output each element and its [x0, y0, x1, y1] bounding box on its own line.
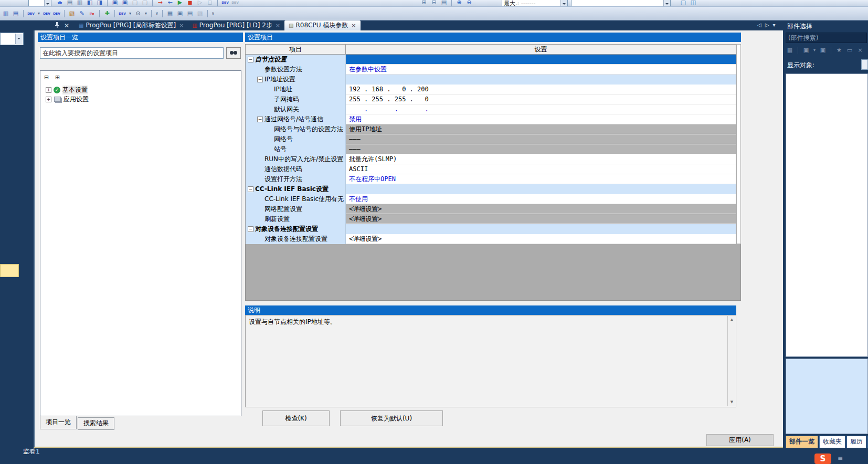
list-panel-tab[interactable]: 项目一览 [40, 416, 77, 429]
settings-row[interactable]: − CC-Link IEF Basic使用有无 不使用 [246, 194, 736, 204]
expand-icon[interactable]: + [46, 87, 51, 93]
expander-icon[interactable]: − [248, 186, 253, 192]
toolbar-combo-small[interactable] [28, 0, 51, 7]
list-panel-tab[interactable]: 搜索结果 [78, 417, 114, 430]
expander-icon[interactable]: − [248, 57, 253, 62]
setting-label-cell[interactable]: − 参数设置方法 [246, 65, 346, 75]
watch-drop-icon[interactable]: ▾ [144, 9, 148, 18]
setting-label-cell[interactable]: − 自节点设置 [246, 55, 346, 65]
verify-with-plc-icon[interactable]: DEV [52, 9, 61, 18]
settings-row[interactable]: − 对象设备连接配置设置 [246, 224, 736, 234]
settings-row[interactable]: − 通过网络号/站号通信 禁用 [246, 114, 736, 124]
tree-item[interactable]: + 应用设置 [40, 94, 241, 104]
setting-label-cell[interactable]: − RUN中的写入允许/禁止设置 [246, 154, 346, 164]
settings-row[interactable]: − 子网掩码 255 . 255 . 255 . 0 [246, 94, 736, 104]
parts-toolbar-icon[interactable] [798, 47, 798, 54]
window-split-icon[interactable]: ◫ [689, 0, 697, 7]
favorites-icon[interactable]: ★ [835, 46, 843, 55]
device-monitor-icon[interactable]: DEV [118, 9, 126, 18]
restore-default-button[interactable]: 恢复为默认(U) [340, 410, 443, 426]
setting-value-cell[interactable]: ASCII [346, 164, 736, 174]
pou-list-icon[interactable]: ▦ [786, 46, 794, 55]
setting-label-cell[interactable]: − 通过网络号/站号通信 [246, 114, 346, 124]
apply-button[interactable]: 应用(A) [706, 434, 774, 446]
setting-value-cell[interactable]: 在参数中设置 [346, 65, 736, 75]
settings-row[interactable]: − 自节点设置 [246, 55, 736, 65]
toolbar-icon[interactable] [99, 10, 100, 17]
new-folder-icon[interactable]: ▭ [845, 46, 854, 55]
check-button[interactable]: 检查(K) [262, 410, 330, 426]
write-to-plc-icon[interactable]: DEV [27, 9, 35, 18]
toolbar-icon[interactable] [152, 0, 153, 6]
expander-icon[interactable]: − [257, 117, 263, 122]
settings-row[interactable]: − 设置打开方法 不在程序中OPEN [246, 174, 736, 184]
search-dim-alt-icon[interactable]: ◻ [206, 0, 214, 7]
setting-value-cell[interactable]: 192 . 168 . 0 . 200 [346, 85, 736, 94]
setting-label-cell[interactable]: − 子网掩码 [246, 94, 346, 104]
combo-drop-icon[interactable] [15, 34, 23, 44]
display-target-dropdown[interactable] [861, 59, 868, 70]
expander-icon[interactable]: − [257, 77, 263, 82]
search-run-icon[interactable]: ▶ [176, 0, 184, 7]
description-scrollbar[interactable]: ▲ ▼ [727, 316, 735, 406]
toolbar-icon[interactable] [23, 10, 24, 17]
setting-value-cell[interactable] [346, 224, 736, 234]
docked-watch-combo[interactable] [0, 33, 24, 45]
worksheet-icon[interactable]: ▤ [440, 0, 448, 7]
settings-row[interactable]: − 网络号 ——— [246, 134, 736, 144]
setting-value-cell[interactable]: ——— [346, 134, 736, 144]
grid-snap-icon[interactable]: ⊟ [430, 0, 438, 7]
setting-label-cell[interactable]: − CC-Link IEF Basic设置 [246, 184, 346, 194]
label-list-icon[interactable]: ▦ [166, 9, 174, 18]
document-tab[interactable]: ▨ R08CPU 模块参数 × [284, 20, 361, 30]
parts-panel-tab[interactable]: 部件一览 [786, 436, 818, 448]
io-check-icon[interactable]: I/o [88, 9, 96, 18]
toolbar-icon[interactable] [114, 10, 115, 17]
place-mode-drop-icon[interactable]: ▾ [812, 46, 817, 55]
settings-row[interactable]: − 网络号与站号的设置方法 使用IP地址 [246, 124, 736, 134]
pin-icon[interactable] [55, 22, 60, 29]
window-cascade-icon[interactable]: ▢ [141, 0, 149, 7]
settings-row[interactable]: − IP地址 192 . 168 . 0 . 200 [246, 85, 736, 94]
write-to-plc-drop-icon[interactable]: ▾ [37, 9, 41, 18]
expand-icon[interactable]: + [46, 97, 51, 102]
ime-logo[interactable]: S [814, 454, 831, 464]
setting-label-cell[interactable]: − 网络号与站号的设置方法 [246, 124, 346, 134]
scroll-down-icon[interactable]: ▼ [728, 398, 736, 406]
zoom-in-icon[interactable]: ⊕ [455, 0, 463, 7]
device-find-icon[interactable]: ▣ [111, 0, 119, 7]
device-badge-dim-icon[interactable]: DEV [231, 0, 239, 7]
setting-value-cell[interactable]: . . . [346, 104, 736, 114]
tab-close-icon[interactable]: × [276, 22, 280, 29]
ime-menu-icon[interactable]: ≡ [838, 455, 843, 462]
tab-nav-icon[interactable]: ▷ [765, 22, 769, 28]
combo-drop-icon[interactable] [663, 0, 670, 7]
settings-row[interactable]: − 站号 ——— [246, 144, 736, 154]
settings-row[interactable]: − 通信数据代码 ASCII [246, 164, 736, 174]
watch-window-label[interactable]: 监看1 [23, 447, 40, 456]
search-dim-icon[interactable]: ▷ [196, 0, 204, 7]
setting-search-input[interactable] [40, 47, 224, 59]
setting-value-cell[interactable]: ——— [346, 144, 736, 154]
toolbar-overflow2-icon[interactable]: ∨ [211, 9, 215, 18]
program-edit-icon[interactable]: ✎ [78, 9, 86, 18]
setting-value-cell[interactable] [346, 75, 736, 85]
collapse-all-icon[interactable]: ⊟ [43, 73, 50, 81]
setting-value-cell[interactable]: 批量允许(SLMP) [346, 154, 736, 164]
jump-prev-icon[interactable]: ← [166, 0, 174, 7]
search-button[interactable] [226, 47, 241, 59]
settings-row[interactable]: − RUN中的写入允许/禁止设置 批量允许(SLMP) [246, 154, 736, 164]
tab-close-icon[interactable]: × [179, 22, 184, 29]
setting-label-cell[interactable]: − 站号 [246, 144, 346, 154]
settings-row[interactable]: − IP地址设置 [246, 75, 736, 85]
place-mode-icon[interactable]: ▣ [802, 46, 810, 55]
toolbar-icon[interactable] [207, 10, 208, 17]
close-icon[interactable]: × [856, 46, 864, 55]
setting-value-cell[interactable]: 禁用 [346, 114, 736, 124]
toolbar-icon[interactable] [451, 0, 452, 6]
tab-nav-icon[interactable]: ◁ [757, 22, 761, 28]
document-tab[interactable]: ▦ ProgPou [PRG] [局部标签设置] × [75, 20, 188, 30]
toolbar-icon[interactable] [64, 10, 65, 17]
parts-search-input[interactable] [786, 33, 867, 43]
setting-label-cell[interactable]: − 对象设备连接配置设置 [246, 234, 346, 244]
